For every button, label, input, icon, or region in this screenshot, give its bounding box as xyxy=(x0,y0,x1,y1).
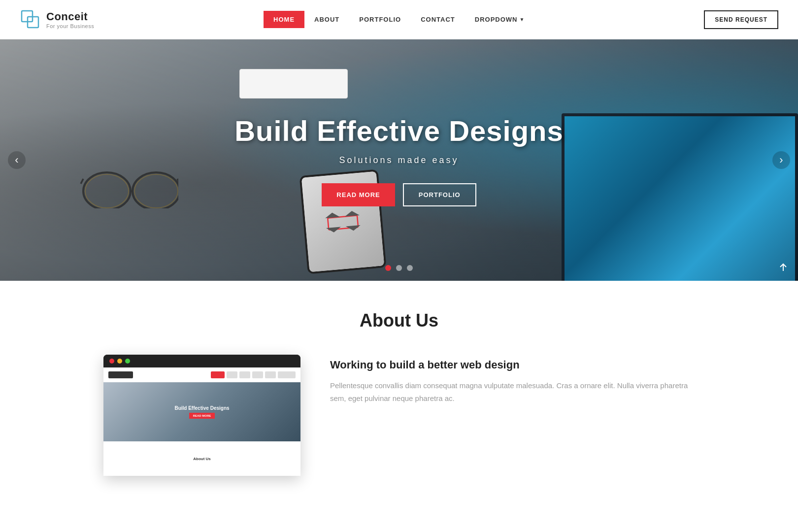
svg-line-5 xyxy=(81,179,83,184)
about-text-column: Working to build a better web design Pel… xyxy=(330,355,695,404)
about-section-title: About Us xyxy=(20,310,778,331)
hero-buttons: READ MORE PORTFOLIO xyxy=(234,183,564,206)
slider-dot-3[interactable] xyxy=(407,265,413,271)
nav-item-about[interactable]: ABOUT xyxy=(304,11,349,28)
svg-point-2 xyxy=(83,172,131,208)
mockup-mini-portfolio xyxy=(239,371,250,378)
hero-subtitle: Solutions made easy xyxy=(234,155,564,166)
mockup-screen: Build Effective Designs READ MORE About … xyxy=(103,367,300,476)
hero-glasses-decoration xyxy=(80,164,178,208)
about-mockup: Build Effective Designs READ MORE About … xyxy=(103,355,300,476)
mockup-mini-hero: Build Effective Designs READ MORE xyxy=(103,382,300,441)
nav-link-dropdown[interactable]: DROPDOWN ▼ xyxy=(465,11,535,28)
nav-item-portfolio[interactable]: PORTFOLIO xyxy=(349,11,411,28)
mockup-mini-home xyxy=(211,371,225,378)
mockup-mini-about-section: About Us xyxy=(103,441,300,476)
mockup-mini-btn: READ MORE xyxy=(189,413,215,419)
nav-link-about[interactable]: ABOUT xyxy=(304,11,349,28)
dropdown-label: DROPDOWN ▼ xyxy=(475,16,525,23)
navbar: Conceit For your Business HOME ABOUT POR… xyxy=(0,0,798,39)
read-more-button[interactable]: READ MORE xyxy=(322,183,395,206)
mockup-dot-close xyxy=(109,359,114,364)
mockup-titlebar xyxy=(103,355,300,367)
about-content-body: Pellentesque convallis diam consequat ma… xyxy=(330,379,695,404)
about-content-title: Working to build a better web design xyxy=(330,359,695,371)
scroll-up-button[interactable] xyxy=(778,263,788,273)
slider-prev-button[interactable]: ‹ xyxy=(8,151,26,169)
mockup-mini-about-title: About Us xyxy=(193,457,211,461)
hero-section: Build Effective Designs Solutions made e… xyxy=(0,39,798,281)
logo-text: Conceit For your Business xyxy=(46,10,94,29)
nav-item-home[interactable]: HOME xyxy=(264,11,304,28)
hero-content: Build Effective Designs Solutions made e… xyxy=(225,114,573,206)
mockup-mini-dropdown xyxy=(265,371,276,378)
nav-link-contact[interactable]: CONTACT xyxy=(411,11,465,28)
brand-name: Conceit xyxy=(46,10,94,23)
portfolio-button[interactable]: PORTFOLIO xyxy=(403,183,476,206)
mockup-mini-nav-items xyxy=(211,371,296,378)
slider-dots xyxy=(385,265,413,271)
nav-link-home[interactable]: HOME xyxy=(264,11,304,28)
slider-next-button[interactable]: › xyxy=(772,151,790,169)
dropdown-arrow-icon: ▼ xyxy=(519,17,525,22)
hero-title: Build Effective Designs xyxy=(234,114,564,147)
nav-item-dropdown[interactable]: DROPDOWN ▼ xyxy=(465,11,535,28)
logo-icon xyxy=(20,9,41,31)
slider-dot-2[interactable] xyxy=(396,265,402,271)
slider-dot-1[interactable] xyxy=(385,265,391,271)
mockup-mini-hero-text: Build Effective Designs READ MORE xyxy=(174,405,229,419)
mockup-mini-contact xyxy=(252,371,263,378)
send-request-button[interactable]: SEND REQUEST xyxy=(704,10,778,29)
nav-links: HOME ABOUT PORTFOLIO CONTACT DROPDOWN ▼ xyxy=(264,11,534,28)
logo[interactable]: Conceit For your Business xyxy=(20,9,94,31)
hero-console-device xyxy=(239,69,348,99)
mockup-frame: Build Effective Designs READ MORE About … xyxy=(103,355,300,476)
about-content: Build Effective Designs READ MORE About … xyxy=(103,355,695,476)
nav-item-contact[interactable]: CONTACT xyxy=(411,11,465,28)
mockup-mini-logo xyxy=(108,371,133,378)
hero-laptop-device xyxy=(562,113,798,281)
about-section: About Us xyxy=(0,281,798,496)
mockup-dot-minimize xyxy=(117,359,122,364)
mockup-dot-expand xyxy=(125,359,130,364)
mockup-mini-nav xyxy=(103,367,300,382)
brand-tagline: For your Business xyxy=(46,23,94,29)
nav-link-portfolio[interactable]: PORTFOLIO xyxy=(349,11,411,28)
mockup-mini-about xyxy=(227,371,237,378)
mockup-mini-send xyxy=(278,371,296,378)
